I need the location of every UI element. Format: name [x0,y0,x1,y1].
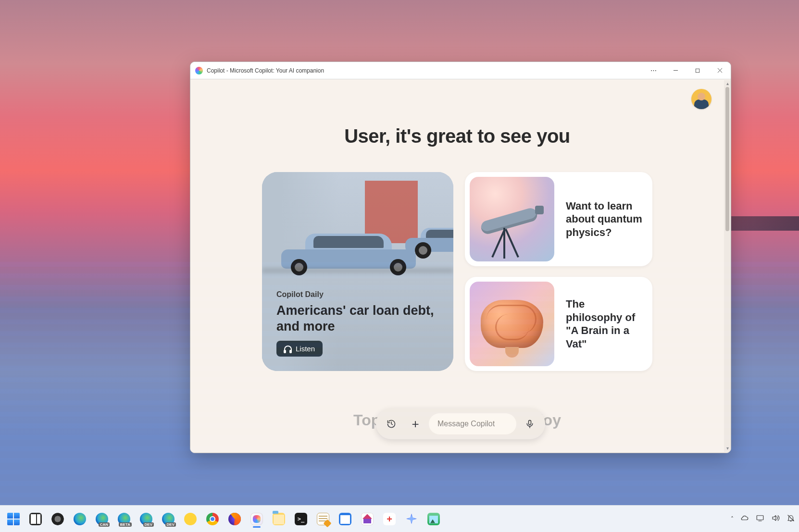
tray-display-icon[interactable] [756,514,764,524]
firefox-icon [228,513,241,525]
home-app-icon [361,513,374,525]
sparkle-icon [405,513,418,525]
taskbar-edge-dev[interactable]: DEV [137,509,156,529]
taskbar-calendar[interactable] [336,509,355,529]
brain-icon [470,282,554,366]
taskbar-chrome-canary[interactable] [181,509,200,529]
taskbar-start[interactable] [4,509,23,529]
edge-icon [74,513,86,525]
maximize-icon [695,68,700,73]
titlebar[interactable]: Copilot - Microsoft Copilot: Your AI com… [190,62,731,79]
plus-icon: + [412,418,419,430]
taskbar-terminal[interactable] [291,509,311,529]
suggestion-card-brain-vat[interactable]: The philosophy of "A Brain in a Vat" [465,277,652,371]
edge-dev-icon: DEV [140,513,152,525]
window-title: Copilot - Microsoft Copilot: Your AI com… [207,67,324,74]
taskbar: CAN BETA DEV DEV ˄ [0,505,799,532]
taskbar-task-view[interactable] [26,509,45,529]
suggestion-cards-row: Copilot Daily Americans' car loan debt, … [190,172,724,371]
copilot-window: Copilot - Microsoft Copilot: Your AI com… [190,62,731,453]
taskbar-chrome[interactable] [203,509,222,529]
suggestion-card-quantum[interactable]: Want to learn about quantum physics? [465,172,652,266]
telescope-icon [470,177,554,261]
headphones-icon [284,345,292,353]
svg-rect-4 [529,421,531,425]
taskbar-edge-canary[interactable]: CAN [92,509,112,529]
taskbar-edge-dev2[interactable]: DEV [159,509,178,529]
taskbar-notepad[interactable] [313,509,333,529]
chrome-icon [206,513,219,525]
photos-icon [427,513,440,525]
suggestion-card-title: The philosophy of "A Brain in a Vat" [566,297,643,350]
message-input[interactable] [437,420,508,428]
titlebar-minimize-button[interactable] [664,62,687,79]
taskbar-edge[interactable] [70,509,89,529]
task-view-icon [29,513,42,525]
tray-onedrive-icon[interactable] [740,514,749,524]
svg-rect-1 [696,69,699,73]
copilot-app-icon [195,67,203,74]
message-input-bar: + [376,408,545,439]
titlebar-close-button[interactable] [709,62,731,79]
tray-overflow-button[interactable]: ˄ [731,516,734,522]
file-explorer-icon [273,513,285,525]
settings-gear-icon [51,513,64,525]
daily-headline: Americans' car loan debt, and more [276,303,439,334]
edge-beta-icon: BETA [118,513,130,525]
desktop-wallpaper: Copilot - Microsoft Copilot: Your AI com… [0,0,799,532]
listen-label: Listen [296,345,315,353]
taskbar-copilot[interactable] [247,509,266,529]
windows-start-icon [7,513,20,525]
daily-eyebrow: Copilot Daily [276,290,439,299]
scrollbar[interactable]: ▴ ▾ [724,80,731,452]
calendar-icon [339,513,351,525]
svg-marker-8 [773,516,776,521]
tray-notifications-icon[interactable] [787,514,795,524]
message-input-wrapper[interactable] [429,413,516,434]
greeting-heading: User, it's great to see you [190,125,724,147]
minimize-icon [673,68,678,73]
scroll-up-icon[interactable]: ▴ [725,81,730,86]
snipping-tool-icon [383,513,396,525]
listen-button[interactable]: Listen [276,341,323,357]
chrome-canary-icon [184,513,197,525]
system-tray: ˄ [731,514,795,524]
microphone-icon [525,419,535,429]
copilot-icon [250,513,263,525]
scroll-down-icon[interactable]: ▾ [725,446,730,451]
taskbar-settings[interactable] [48,509,67,529]
taskbar-edge-beta[interactable]: BETA [114,509,134,529]
more-icon: ⋯ [650,67,657,74]
history-button[interactable] [381,413,402,434]
taskbar-snip[interactable] [380,509,399,529]
taskbar-photos[interactable] [424,509,443,529]
new-chat-button[interactable]: + [405,413,426,434]
taskbar-explorer[interactable] [269,509,288,529]
edge-dev-icon: DEV [162,513,175,525]
scrollbar-thumb[interactable] [725,87,729,231]
taskbar-home-app[interactable] [358,509,377,529]
titlebar-more-button[interactable]: ⋯ [642,62,664,79]
titlebar-maximize-button[interactable] [687,62,709,79]
notepad-icon [317,513,329,525]
user-avatar[interactable] [691,89,712,109]
suggestion-card-title: Want to learn about quantum physics? [566,199,643,239]
edge-canary-icon: CAN [96,513,108,525]
svg-rect-6 [757,516,763,520]
terminal-icon [295,513,307,525]
close-icon [717,68,723,73]
microphone-button[interactable] [519,413,540,434]
taskbar-gemini[interactable] [402,509,421,529]
copilot-client-area: ▴ ▾ User, it's great to see you [190,79,731,453]
history-icon [387,419,396,429]
tray-volume-icon[interactable] [771,514,780,524]
copilot-daily-card[interactable]: Copilot Daily Americans' car loan debt, … [262,172,453,371]
taskbar-apps: CAN BETA DEV DEV [4,509,443,529]
taskbar-firefox[interactable] [225,509,244,529]
